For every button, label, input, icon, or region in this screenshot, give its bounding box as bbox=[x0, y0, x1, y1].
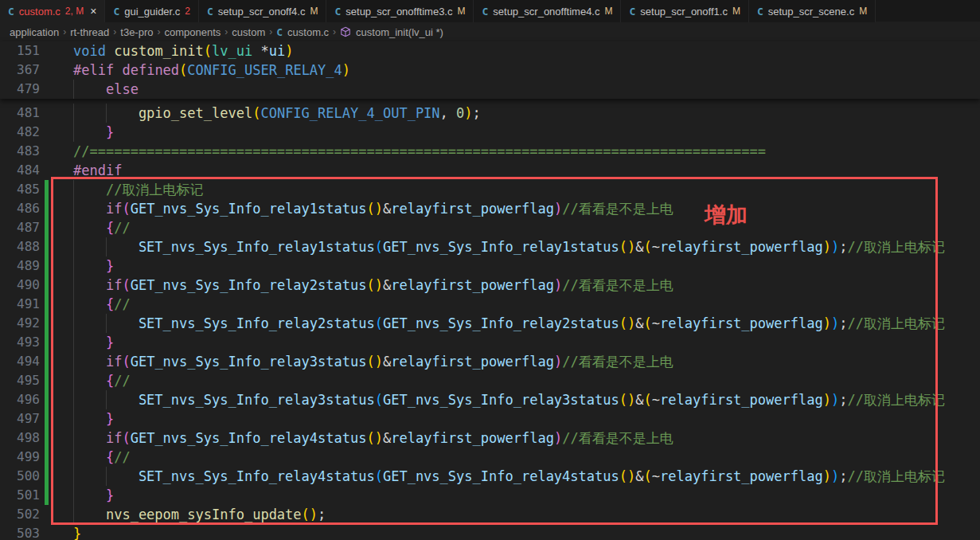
indent-guide bbox=[73, 104, 106, 123]
line-number[interactable]: 500 bbox=[0, 467, 40, 486]
code-line-481[interactable]: 481gpio_set_level(CONFIG_RELAY_4_OUT_PIN… bbox=[0, 104, 980, 123]
code-line-501[interactable]: 501} bbox=[0, 486, 980, 505]
c-file-icon: C bbox=[629, 6, 635, 18]
code-line-490[interactable]: 490if(GET_nvs_Sys_Info_relay2status()&re… bbox=[0, 276, 980, 295]
line-number[interactable]: 482 bbox=[0, 123, 40, 142]
line-number[interactable]: 485 bbox=[0, 180, 40, 199]
code-editor[interactable]: 151void custom_init(lv_ui *ui)367#elif d… bbox=[0, 41, 980, 540]
tab-setup_scr_onoff1.c[interactable]: Csetup_scr_onoff1.cM bbox=[621, 0, 748, 22]
code-line-482[interactable]: 482} bbox=[0, 123, 980, 142]
line-number[interactable]: 486 bbox=[0, 199, 40, 218]
line-number[interactable]: 490 bbox=[0, 276, 40, 295]
indent-guide bbox=[106, 390, 139, 409]
code-text: } bbox=[73, 486, 114, 505]
indent-guide bbox=[73, 486, 106, 505]
git-added-gutter-bar bbox=[45, 295, 49, 314]
code-line-484[interactable]: 484#endif bbox=[0, 161, 980, 180]
code-text: SET_nvs_Sys_Info_relay4status(GET_nvs_Sy… bbox=[73, 467, 945, 486]
line-number[interactable]: 484 bbox=[0, 161, 40, 180]
tab-setup_scr_onofftime4.c[interactable]: Csetup_scr_onofftime4.cM bbox=[474, 0, 621, 22]
code-line-495[interactable]: 495{// bbox=[0, 371, 980, 390]
tab-filename: setup_scr_scene.c bbox=[768, 6, 854, 18]
line-number[interactable]: 367 bbox=[0, 61, 40, 80]
code-line-498[interactable]: 498if(GET_nvs_Sys_Info_relay4status()&re… bbox=[0, 428, 980, 448]
code-line-483[interactable]: 483//===================================… bbox=[0, 142, 980, 161]
code-line-502[interactable]: 502nvs_eepom_sysInfo_update(); bbox=[0, 505, 980, 524]
line-number[interactable]: 492 bbox=[0, 314, 40, 333]
line-number[interactable]: 497 bbox=[0, 409, 40, 428]
sticky-line-151[interactable]: 151void custom_init(lv_ui *ui) bbox=[0, 41, 980, 61]
tab-setup_scr_onoff4.c[interactable]: Csetup_scr_onoff4.cM bbox=[199, 0, 326, 22]
breadcrumb: application›rt-thread›t3e-pro›components… bbox=[0, 22, 980, 41]
c-file-icon: C bbox=[757, 6, 763, 18]
breadcrumb-item-t3e-pro[interactable]: t3e-pro bbox=[120, 26, 153, 38]
code-line-486[interactable]: 486if(GET_nvs_Sys_Info_relay1status()&re… bbox=[0, 199, 980, 218]
code-line-489[interactable]: 489} bbox=[0, 256, 980, 276]
line-number[interactable]: 489 bbox=[0, 256, 40, 276]
indent-guide bbox=[106, 467, 139, 486]
sticky-line-479[interactable]: 479else bbox=[0, 80, 980, 99]
indent-guide bbox=[73, 505, 106, 524]
line-number[interactable]: 501 bbox=[0, 486, 40, 505]
line-number[interactable]: 503 bbox=[0, 524, 40, 540]
tab-setup_scr_scene.c[interactable]: Csetup_scr_scene.cM bbox=[749, 0, 876, 22]
breadcrumb-item-components[interactable]: components bbox=[165, 26, 221, 38]
indent-guide bbox=[73, 448, 106, 467]
code-line-496[interactable]: 496SET_nvs_Sys_Info_relay3status(GET_nvs… bbox=[0, 390, 980, 409]
chevron-right-icon: › bbox=[331, 26, 338, 37]
breadcrumb-item-symbol[interactable]: custom_init(lv_ui *) bbox=[356, 26, 443, 38]
code-line-493[interactable]: 493} bbox=[0, 333, 980, 352]
git-added-gutter-bar bbox=[45, 428, 49, 448]
line-number[interactable]: 488 bbox=[0, 237, 40, 256]
indent-guide bbox=[73, 256, 106, 276]
line-number[interactable]: 494 bbox=[0, 352, 40, 371]
line-number[interactable]: 483 bbox=[0, 142, 40, 161]
code-line-499[interactable]: 499{// bbox=[0, 448, 980, 467]
code-text: #endif bbox=[73, 161, 122, 180]
chevron-right-icon: › bbox=[223, 26, 229, 37]
line-number[interactable]: 151 bbox=[0, 41, 40, 61]
line-number[interactable]: 481 bbox=[0, 104, 40, 123]
code-line-503[interactable]: 503} bbox=[0, 524, 980, 540]
indent-guide bbox=[73, 409, 106, 428]
code-line-492[interactable]: 492SET_nvs_Sys_Info_relay2status(GET_nvs… bbox=[0, 314, 980, 333]
line-number[interactable]: 496 bbox=[0, 390, 40, 409]
indent-guide bbox=[73, 295, 106, 314]
code-text: } bbox=[73, 123, 114, 142]
breadcrumb-item-application[interactable]: application bbox=[10, 26, 59, 38]
sticky-line-367[interactable]: 367#elif defined(CONFIG_USER_RELAY_4) bbox=[0, 61, 980, 80]
tab-setup_scr_onofftime3.c[interactable]: Csetup_scr_onofftime3.cM bbox=[326, 0, 474, 22]
code-line-497[interactable]: 497} bbox=[0, 409, 980, 428]
code-line-487[interactable]: 487{// bbox=[0, 218, 980, 237]
line-number[interactable]: 498 bbox=[0, 428, 40, 448]
code-line-491[interactable]: 491{// bbox=[0, 295, 980, 314]
code-line-485[interactable]: 485//取消上电标记 bbox=[0, 180, 980, 199]
breadcrumb-item-custom[interactable]: custom bbox=[232, 26, 265, 38]
line-number[interactable]: 493 bbox=[0, 333, 40, 352]
line-number[interactable]: 495 bbox=[0, 371, 40, 390]
c-file-icon: C bbox=[8, 6, 14, 18]
indent-guide bbox=[73, 371, 106, 390]
git-added-gutter-bar bbox=[45, 199, 49, 218]
breadcrumb-item-rt-thread[interactable]: rt-thread bbox=[70, 26, 109, 38]
indent-guide bbox=[73, 123, 106, 142]
line-number[interactable]: 502 bbox=[0, 505, 40, 524]
git-added-gutter-bar bbox=[45, 314, 49, 333]
tab-gui_guider.c[interactable]: Cgui_guider.c2 bbox=[105, 0, 199, 22]
git-added-gutter-bar bbox=[45, 409, 49, 428]
line-number[interactable]: 499 bbox=[0, 448, 40, 467]
code-line-494[interactable]: 494if(GET_nvs_Sys_Info_relay3status()&re… bbox=[0, 352, 980, 371]
breadcrumb-item-file[interactable]: custom.c bbox=[287, 26, 329, 38]
indent-guide bbox=[73, 428, 106, 448]
line-number[interactable]: 491 bbox=[0, 295, 40, 314]
close-icon[interactable]: × bbox=[90, 6, 96, 17]
sticky-scroll: 151void custom_init(lv_ui *ui)367#elif d… bbox=[0, 41, 980, 99]
tab-custom.c[interactable]: Ccustom.c2, M× bbox=[0, 0, 105, 22]
line-number[interactable]: 487 bbox=[0, 218, 40, 237]
code-line-488[interactable]: 488SET_nvs_Sys_Info_relay1status(GET_nvs… bbox=[0, 237, 980, 256]
code-text: if(GET_nvs_Sys_Info_relay3status()&relay… bbox=[73, 352, 674, 371]
indent-guide bbox=[106, 104, 139, 123]
git-added-gutter-bar bbox=[45, 390, 49, 409]
code-line-500[interactable]: 500SET_nvs_Sys_Info_relay4status(GET_nvs… bbox=[0, 467, 980, 486]
line-number[interactable]: 479 bbox=[0, 80, 40, 99]
